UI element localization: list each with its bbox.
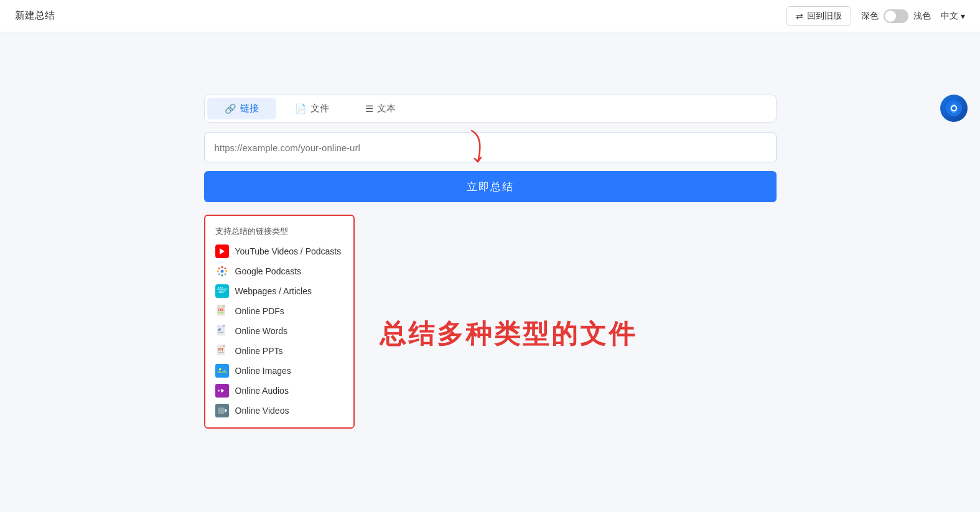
google-podcasts-icon [215,264,229,278]
item-label: Online PPTs [235,346,283,356]
content-row: 支持总结的链接类型 YouTube Videos / Podcasts [204,215,777,429]
svg-point-6 [224,274,226,276]
svg-point-4 [225,270,227,272]
svg-point-36 [952,106,956,110]
support-box-title: 支持总结的链接类型 [215,226,342,237]
svg-rect-21 [222,325,225,327]
svg-rect-31 [218,389,220,391]
svg-point-0 [220,270,223,273]
text-icon: ☰ [365,103,373,114]
floating-app-icon [940,95,968,122]
svg-rect-27 [218,352,223,353]
item-label: Online Audios [235,386,289,396]
svg-point-5 [218,268,220,269]
list-item: Online Audios [215,384,342,398]
item-label: Online Words [235,326,288,336]
support-box: 支持总结的链接类型 YouTube Videos / Podcasts [204,215,355,429]
theme-switcher: 深色 浅色 [861,9,931,23]
tab-file[interactable]: 📄 文件 [278,98,347,119]
svg-rect-14 [218,291,226,291]
svg-rect-23 [218,332,223,333]
svg-rect-33 [218,407,224,414]
audio-icon [215,384,229,398]
chevron-down-icon: ▾ [961,11,965,21]
tab-text[interactable]: ☰ 文本 [348,98,413,119]
back-icon: ⇄ [796,11,803,21]
webpage-icon [215,284,229,298]
toggle-knob [885,11,896,22]
item-label: Webpages / Articles [235,286,312,296]
video-icon [215,404,229,417]
youtube-icon [215,244,229,258]
svg-text:W: W [218,328,221,332]
svg-point-11 [218,287,219,289]
list-item: Online Videos [215,404,342,417]
word-icon: W [215,324,229,338]
ppt-icon: PPT [215,344,229,358]
list-item: YouTube Videos / Podcasts [215,244,342,258]
svg-rect-25 [222,345,225,347]
svg-point-29 [219,368,221,370]
svg-point-3 [217,270,218,272]
item-label: Google Podcasts [235,266,302,276]
list-item: PPT Online PPTs [215,344,342,358]
app-header: 新建总结 ⇄ 回到旧版 深色 浅色 中文 ▾ [0,0,980,32]
tab-link[interactable]: 🔗 链接 [207,98,276,119]
pdf-icon: PDF [215,304,229,318]
svg-point-13 [222,287,223,289]
page-title: 新建总结 [15,9,55,22]
svg-point-2 [221,274,223,276]
svg-point-1 [221,266,223,268]
svg-text:PPT: PPT [218,348,223,351]
theme-light-label: 浅色 [913,11,931,22]
file-icon: 📄 [295,103,307,114]
headline-text: 总结多种类型的文件 [380,240,637,429]
svg-rect-18 [218,312,223,313]
tab-bar: 🔗 链接 📄 文件 ☰ 文本 [204,95,777,123]
list-item: Google Podcasts [215,264,342,278]
item-label: YouTube Videos / Podcasts [235,246,342,256]
list-item: W Online Words [215,324,342,338]
svg-rect-17 [222,305,225,307]
svg-text:PDF: PDF [218,309,223,312]
language-selector[interactable]: 中文 ▾ [941,11,965,22]
list-item: PDF Online PDFs [215,304,342,318]
svg-rect-28 [217,366,227,375]
item-label: Online Videos [235,406,289,416]
svg-point-8 [224,268,226,269]
theme-dark-label: 深色 [861,11,879,22]
item-label: Online PDFs [235,306,284,316]
back-to-old-button[interactable]: ⇄ 回到旧版 [786,6,851,26]
link-icon: 🔗 [225,103,236,114]
list-item: Online Images [215,364,342,378]
theme-toggle[interactable] [884,9,908,23]
svg-rect-15 [218,292,223,293]
item-label: Online Images [235,366,291,376]
svg-point-12 [220,287,221,289]
svg-point-7 [218,274,220,276]
list-item: Webpages / Articles [215,284,342,298]
header-controls: ⇄ 回到旧版 深色 浅色 中文 ▾ [786,6,965,26]
arrow-indicator [422,124,497,177]
image-icon [215,364,229,378]
main-content: 🔗 链接 📄 文件 ☰ 文本 立即总结 支持总结的链接类型 YouTube Vi… [0,32,980,429]
